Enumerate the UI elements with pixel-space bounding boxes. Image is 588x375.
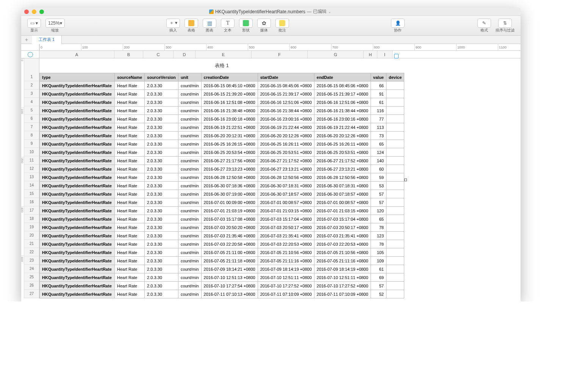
cell[interactable]: 2.0.3.30 xyxy=(145,198,178,207)
row-number[interactable]: 26 xyxy=(24,281,39,290)
chart-button[interactable]: ▥ xyxy=(203,19,216,28)
cell[interactable]: 2016-07-05 21:10:56 +0800 xyxy=(258,248,314,257)
cell[interactable]: 2016-06-16 23:00:18 +0800 xyxy=(201,115,258,123)
cell[interactable] xyxy=(386,248,404,257)
cell[interactable]: 2016-07-03 22:20:58 +0800 xyxy=(201,240,258,248)
cell[interactable]: 57 xyxy=(371,190,386,198)
cell[interactable]: 2016-07-11 07:10:13 +0800 xyxy=(201,290,258,298)
cell[interactable] xyxy=(386,123,404,132)
cell[interactable]: HKQuantityTypeIdentifierHeartRate xyxy=(40,248,115,257)
row-number[interactable]: 14 xyxy=(24,181,39,190)
cell[interactable]: Heart Rate xyxy=(115,132,145,140)
cell[interactable]: count/min xyxy=(178,148,201,157)
cell[interactable]: 66 xyxy=(371,82,386,90)
cell[interactable] xyxy=(386,207,404,215)
cell[interactable]: 57 xyxy=(371,282,386,290)
cell[interactable]: 2016-06-16 12:51:08 +0800 xyxy=(201,98,258,107)
cell[interactable]: 2016-06-15 21:39:20 +0800 xyxy=(201,90,258,98)
cell[interactable]: 2016-06-30 07:18:31 +0800 xyxy=(314,182,371,190)
row-number[interactable]: 21 xyxy=(24,240,39,248)
cell[interactable]: HKQuantityTypeIdentifierHeartRate xyxy=(40,107,115,115)
cell[interactable]: 53 xyxy=(371,182,386,190)
cell[interactable]: 2.0.3.30 xyxy=(145,273,178,282)
cell[interactable]: Heart Rate xyxy=(115,90,145,98)
cell[interactable]: 2016-07-05 21:11:16 +0800 xyxy=(258,257,314,265)
cell[interactable]: 120 xyxy=(371,207,386,215)
column-header-C[interactable]: C xyxy=(143,51,174,58)
cell[interactable]: 2.0.3.30 xyxy=(145,207,178,215)
cell[interactable]: HKQuantityTypeIdentifierHeartRate xyxy=(40,290,115,298)
cell[interactable]: 109 xyxy=(371,257,386,265)
cell[interactable]: Heart Rate xyxy=(115,282,145,290)
cell[interactable]: 2016-06-16 12:51:06 +0800 xyxy=(258,98,314,107)
cell[interactable]: count/min xyxy=(178,82,201,90)
cell[interactable]: Heart Rate xyxy=(115,265,145,273)
cell[interactable]: 2016-07-03 15:17:04 +0800 xyxy=(314,215,371,223)
cell[interactable]: 2016-06-28 12:50:58 +0800 xyxy=(201,173,258,182)
cell[interactable]: HKQuantityTypeIdentifierHeartRate xyxy=(40,173,115,182)
cell[interactable]: 124 xyxy=(371,148,386,157)
cell[interactable]: HKQuantityTypeIdentifierHeartRate xyxy=(40,123,115,132)
cell[interactable]: 2016-06-20 20:12:26 +0800 xyxy=(258,132,314,140)
row-number[interactable]: 5 xyxy=(24,106,39,115)
cell[interactable] xyxy=(386,232,404,240)
cell[interactable]: 2016-06-27 21:17:52 +0800 xyxy=(258,157,314,165)
cell[interactable]: Heart Rate xyxy=(115,82,145,90)
cell[interactable]: 2016-07-05 21:11:00 +0800 xyxy=(201,248,258,257)
minimize-icon[interactable] xyxy=(32,9,36,14)
cell[interactable]: 57 xyxy=(371,198,386,207)
cell[interactable] xyxy=(386,265,404,273)
cell[interactable]: 2016-07-09 18:14:19 +0800 xyxy=(314,265,371,273)
cell[interactable]: Heart Rate xyxy=(115,240,145,248)
cell[interactable]: 61 xyxy=(371,265,386,273)
cell[interactable]: count/min xyxy=(178,265,201,273)
selection-handle-icon[interactable] xyxy=(404,179,407,181)
cell[interactable]: 2016-06-25 16:26:11 +0800 xyxy=(314,140,371,148)
cell[interactable]: 2016-06-15 21:39:17 +0800 xyxy=(314,90,371,98)
row-number[interactable]: 8 xyxy=(24,131,39,140)
cell[interactable] xyxy=(386,90,404,98)
table-origin-handle[interactable] xyxy=(21,51,39,58)
cell[interactable]: 2016-06-16 23:00:16 +0800 xyxy=(314,115,371,123)
row-number[interactable]: 11 xyxy=(24,156,39,165)
cell[interactable]: HKQuantityTypeIdentifierHeartRate xyxy=(40,98,115,107)
cell[interactable]: HKQuantityTypeIdentifierHeartRate xyxy=(40,207,115,215)
cell[interactable]: 2016-07-01 21:03:19 +0800 xyxy=(201,207,258,215)
cell[interactable]: Heart Rate xyxy=(115,257,145,265)
cell[interactable]: 2016-06-28 12:50:56 +0800 xyxy=(314,173,371,182)
cell[interactable]: 73 xyxy=(371,132,386,140)
cell[interactable]: 2.0.3.30 xyxy=(145,98,178,107)
media-button[interactable]: ✿ xyxy=(257,19,271,28)
cell[interactable]: Heart Rate xyxy=(115,148,145,157)
cell[interactable]: 2.0.3.30 xyxy=(145,165,178,173)
cell[interactable]: HKQuantityTypeIdentifierHeartRate xyxy=(40,148,115,157)
cell[interactable]: 2.0.3.30 xyxy=(145,107,178,115)
cell[interactable]: HKQuantityTypeIdentifierHeartRate xyxy=(40,273,115,282)
cell[interactable]: 2016-06-15 08:45:10 +0800 xyxy=(201,82,258,90)
cell[interactable]: 2016-06-27 21:17:52 +0800 xyxy=(314,157,371,165)
cell[interactable]: 2016-07-10 12:51:11 +0800 xyxy=(258,273,314,282)
cell[interactable]: count/min xyxy=(178,223,201,232)
cell[interactable]: count/min xyxy=(178,282,201,290)
cell[interactable] xyxy=(386,140,404,148)
cell[interactable]: 65 xyxy=(371,215,386,223)
shape-button[interactable] xyxy=(239,19,253,28)
cell[interactable]: 2.0.3.30 xyxy=(145,265,178,273)
cell[interactable]: count/min xyxy=(178,248,201,257)
sortfilter-button[interactable]: ⇅ xyxy=(498,19,512,28)
cell[interactable]: HKQuantityTypeIdentifierHeartRate xyxy=(40,240,115,248)
collab-button[interactable]: 👤 xyxy=(391,19,405,28)
cell[interactable]: 2016-06-15 21:39:17 +0800 xyxy=(258,90,314,98)
cell[interactable]: 2.0.3.30 xyxy=(145,173,178,182)
cell[interactable]: Heart Rate xyxy=(115,165,145,173)
cell[interactable]: 2016-07-05 21:10:56 +0800 xyxy=(314,248,371,257)
table-button[interactable] xyxy=(185,19,198,28)
cell[interactable]: HKQuantityTypeIdentifierHeartRate xyxy=(40,223,115,232)
row-number[interactable]: 17 xyxy=(24,206,39,215)
cell[interactable]: HKQuantityTypeIdentifierHeartRate xyxy=(40,132,115,140)
cell[interactable]: HKQuantityTypeIdentifierHeartRate xyxy=(40,232,115,240)
column-header-F[interactable]: F xyxy=(252,51,308,58)
cell[interactable]: count/min xyxy=(178,273,201,282)
cell[interactable] xyxy=(386,190,404,198)
cell[interactable]: HKQuantityTypeIdentifierHeartRate xyxy=(40,265,115,273)
